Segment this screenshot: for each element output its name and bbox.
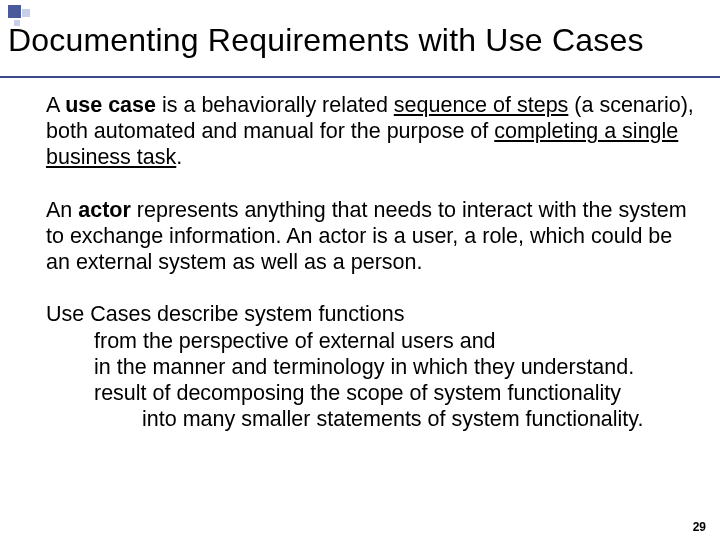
line: result of decomposing the scope of syste… — [94, 380, 695, 406]
line: into many smaller statements of system f… — [142, 406, 695, 432]
text: An — [46, 198, 78, 222]
title-underline — [0, 76, 720, 78]
line: in the manner and terminology in which t… — [94, 354, 695, 380]
text: . — [176, 145, 182, 169]
slide-title: Documenting Requirements with Use Cases — [8, 22, 720, 59]
line: from the perspective of external users a… — [94, 328, 695, 354]
slide: Documenting Requirements with Use Cases … — [0, 0, 720, 540]
text: A — [46, 93, 65, 117]
term-use-case: use case — [65, 93, 156, 117]
paragraph-actor: An actor represents anything that needs … — [46, 197, 695, 276]
text: is a behaviorally related — [156, 93, 394, 117]
text: represents anything that needs to intera… — [46, 198, 687, 274]
paragraph-usecase: A use case is a behaviorally related seq… — [46, 92, 695, 171]
page-number: 29 — [693, 520, 706, 534]
term-sequence-of-steps: sequence of steps — [394, 93, 569, 117]
paragraph-describe: Use Cases describe system functions from… — [46, 301, 695, 432]
line: Use Cases describe system functions — [46, 301, 695, 327]
slide-body: A use case is a behaviorally related seq… — [46, 92, 695, 458]
term-actor: actor — [78, 198, 131, 222]
